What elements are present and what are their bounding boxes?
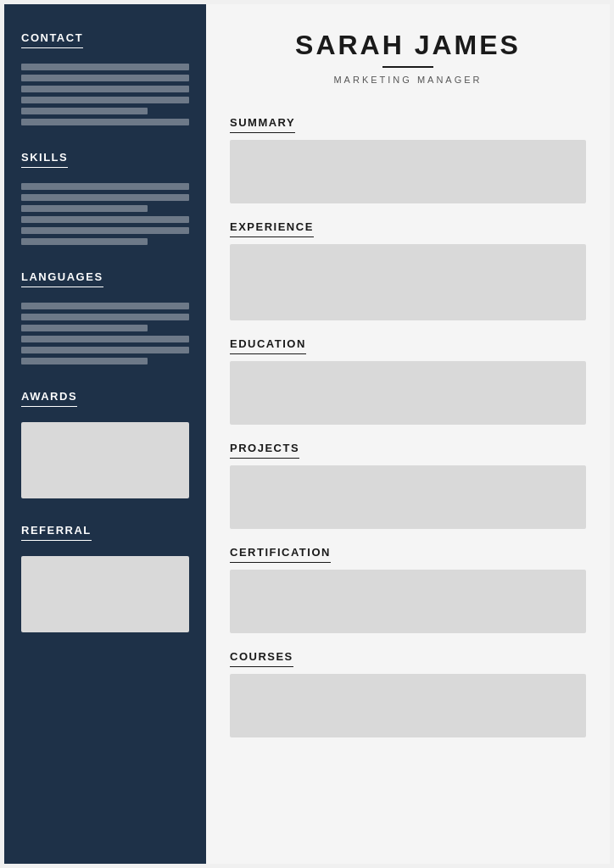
languages-line-3 (21, 325, 148, 331)
sidebar-section-referral: REFERRAL (21, 522, 189, 632)
languages-line-2 (21, 314, 189, 320)
main-section-summary: SUMMARY (230, 114, 586, 203)
skills-line-6 (21, 238, 148, 245)
contact-line-5 (21, 108, 148, 114)
main-section-courses: COURSES (230, 648, 586, 737)
contact-line-4 (21, 97, 189, 103)
contact-line-3 (21, 86, 189, 92)
main-section-education: EDUCATION (230, 336, 586, 425)
contact-line-2 (21, 75, 189, 81)
skills-line-4 (21, 216, 189, 223)
experience-content (230, 244, 586, 320)
languages-lines (21, 303, 189, 364)
sidebar-section-awards: AWARDS (21, 388, 189, 498)
header-name: SARAH JAMES (232, 30, 584, 61)
languages-line-5 (21, 347, 189, 353)
experience-title: EXPERIENCE (230, 220, 314, 237)
main-content: SARAH JAMES MARKETING MANAGER SUMMARY EX… (206, 4, 610, 864)
main-section-projects: PROJECTS (230, 440, 586, 529)
header-section: SARAH JAMES MARKETING MANAGER (206, 4, 610, 102)
header-title: MARKETING MANAGER (232, 75, 584, 85)
awards-box (21, 422, 189, 498)
sidebar-section-skills: SKILLS (21, 149, 189, 245)
courses-title: COURSES (230, 650, 293, 667)
sidebar-section-languages: LANGUAGES (21, 269, 189, 364)
skills-lines (21, 183, 189, 245)
skills-line-2 (21, 194, 189, 201)
awards-title: AWARDS (21, 390, 77, 407)
skills-title: SKILLS (21, 151, 68, 168)
referral-box (21, 556, 189, 632)
education-title: EDUCATION (230, 337, 306, 354)
resume-container: CONTACT SKILLS LANGU (4, 4, 610, 864)
projects-content (230, 465, 586, 529)
contact-line-1 (21, 64, 189, 70)
contact-lines (21, 64, 189, 125)
languages-line-6 (21, 358, 148, 364)
languages-line-4 (21, 336, 189, 342)
sidebar-section-contact: CONTACT (21, 30, 189, 125)
sidebar: CONTACT SKILLS LANGU (4, 4, 206, 864)
languages-line-1 (21, 303, 189, 309)
courses-content (230, 674, 586, 737)
languages-title: LANGUAGES (21, 270, 103, 287)
summary-title: SUMMARY (230, 116, 295, 133)
projects-title: PROJECTS (230, 442, 299, 459)
skills-line-3 (21, 205, 148, 212)
skills-line-1 (21, 183, 189, 190)
main-section-experience: EXPERIENCE (230, 219, 586, 320)
header-divider (382, 66, 433, 68)
summary-content (230, 140, 586, 203)
main-section-certification: CERTIFICATION (230, 544, 586, 633)
certification-content (230, 570, 586, 633)
contact-line-6 (21, 119, 189, 125)
skills-line-5 (21, 227, 189, 234)
referral-title: REFERRAL (21, 524, 92, 541)
sections-area: SUMMARY EXPERIENCE EDUCATION PROJECTS CE… (206, 102, 610, 770)
contact-title: CONTACT (21, 31, 83, 48)
education-content (230, 361, 586, 425)
certification-title: CERTIFICATION (230, 546, 331, 563)
